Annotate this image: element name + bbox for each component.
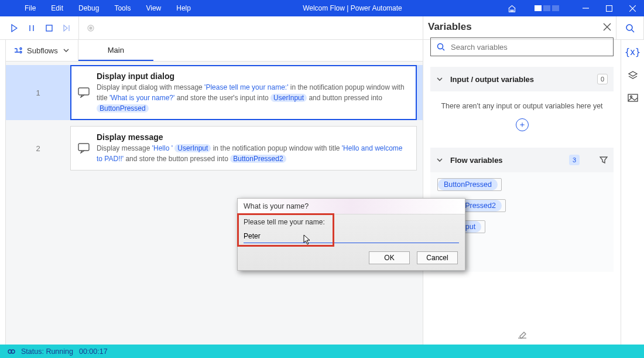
action-card[interactable]: Display message Display message 'Hello '… [70, 126, 417, 171]
svg-line-13 [632, 30, 634, 32]
variables-search[interactable] [430, 37, 614, 56]
variables-heading: Variables [428, 21, 603, 33]
flow-variables-title: Flow variables [450, 156, 562, 165]
right-rail: {x} [621, 40, 644, 345]
variables-search-input[interactable] [450, 42, 607, 52]
app-icon[interactable] [507, 4, 517, 13]
svg-marker-4 [12, 25, 17, 32]
toolbar-divider [78, 16, 79, 40]
chevron-down-icon [63, 47, 70, 54]
menu-help[interactable]: Help [169, 2, 198, 15]
flow-variables-count: 3 [569, 155, 580, 165]
action-row[interactable]: 1 Display input dialog Display input dia… [6, 65, 423, 120]
tab-main[interactable]: Main [78, 40, 153, 61]
flow-variables-section[interactable]: Flow variables 3 [430, 148, 614, 172]
action-number: 2 [6, 126, 70, 171]
svg-rect-16 [78, 88, 89, 95]
window-maximize-button[interactable] [597, 0, 621, 16]
run-indicator-icon [7, 347, 15, 356]
dialog-title: What is your name? [238, 199, 465, 214]
next-step-button[interactable] [59, 16, 75, 40]
menu-debug[interactable]: Debug [71, 2, 106, 15]
close-panel-button[interactable] [603, 23, 611, 31]
svg-point-12 [626, 25, 632, 30]
svg-point-14 [20, 48, 22, 50]
action-number: 1 [6, 65, 70, 120]
menu-view[interactable]: View [139, 2, 168, 15]
chevron-down-icon [436, 156, 443, 163]
filter-icon[interactable] [600, 156, 608, 164]
eraser-icon[interactable] [517, 329, 527, 339]
titlebar: File Edit Debug Tools View Help Welcom F… [0, 0, 644, 16]
ok-button[interactable]: OK [369, 251, 410, 264]
chevron-down-icon [436, 76, 443, 83]
statusbar: Status: Running 00:00:17 [0, 345, 644, 358]
record-button[interactable] [83, 16, 99, 40]
variable-chip: ButtonPressed2 [230, 155, 286, 163]
action-card[interactable]: Display input dialog Display input dialo… [70, 65, 417, 120]
layers-icon[interactable] [628, 70, 638, 81]
list-item[interactable]: ButtonPressed [437, 178, 502, 191]
variables-panel: Variables Input / output variables 0 The… [423, 16, 621, 345]
io-variables-empty: There aren't any input or output variabl… [423, 91, 621, 115]
add-io-variable-button[interactable]: ＋ [516, 118, 529, 131]
svg-point-20 [438, 44, 443, 49]
search-icon [437, 43, 445, 51]
svg-rect-1 [606, 5, 612, 11]
input-dialog: What is your name? Please tell me your n… [237, 198, 465, 271]
window-close-button[interactable] [621, 0, 644, 16]
subflows-icon [14, 46, 22, 54]
svg-marker-8 [64, 25, 67, 31]
io-variables-count: 0 [597, 74, 608, 84]
variable-chip: ButtonPressed [97, 104, 149, 112]
cursor-icon [303, 234, 311, 245]
image-icon[interactable] [628, 94, 638, 103]
workspace: Subflows Main 1 Display input dialog Dis… [6, 40, 423, 345]
status-time: 00:00:17 [79, 347, 108, 356]
svg-point-15 [20, 52, 22, 53]
dialog-input[interactable] [244, 230, 459, 243]
braces-icon[interactable]: {x} [625, 47, 640, 57]
action-title: Display input dialog [97, 71, 409, 81]
actions-gutter [0, 40, 6, 345]
io-variables-title: Input / output variables [450, 75, 590, 84]
svg-rect-17 [78, 144, 89, 151]
menu-tools[interactable]: Tools [107, 2, 138, 15]
variable-chip: UserInput [174, 144, 211, 152]
menu-bar: File Edit Debug Tools View Help [0, 2, 198, 15]
svg-rect-7 [46, 25, 52, 31]
action-title: Display message [97, 132, 409, 142]
dialog-prompt: Please tell me your name: [244, 218, 459, 226]
svg-rect-24 [628, 94, 638, 101]
message-icon [78, 132, 90, 164]
menu-file[interactable]: File [18, 2, 43, 15]
menu-edit[interactable]: Edit [44, 2, 70, 15]
svg-point-25 [630, 96, 632, 98]
run-button[interactable] [6, 16, 22, 40]
window-title: Welcom Flow | Power Automate [198, 4, 507, 12]
action-row[interactable]: 2 Display message Display message 'Hello… [6, 126, 423, 171]
io-variables-section[interactable]: Input / output variables 0 [430, 67, 614, 91]
svg-point-11 [90, 27, 92, 29]
action-description: Display message 'Hello ' UserInput in th… [97, 143, 409, 164]
pause-button[interactable] [23, 16, 40, 40]
subflows-label: Subflows [27, 46, 58, 55]
message-icon [78, 71, 90, 114]
cancel-button[interactable]: Cancel [417, 251, 458, 264]
subflows-dropdown[interactable]: Subflows [6, 40, 78, 61]
variable-chip: UserInput [270, 94, 307, 102]
action-description: Display input dialog with message 'Pleas… [97, 82, 409, 114]
stop-button[interactable] [41, 16, 57, 40]
svg-line-21 [443, 49, 444, 50]
svg-marker-23 [629, 71, 637, 76]
status-text: Status: Running [21, 347, 73, 356]
progress-indicator [535, 5, 559, 11]
window-minimize-button[interactable] [574, 0, 597, 16]
